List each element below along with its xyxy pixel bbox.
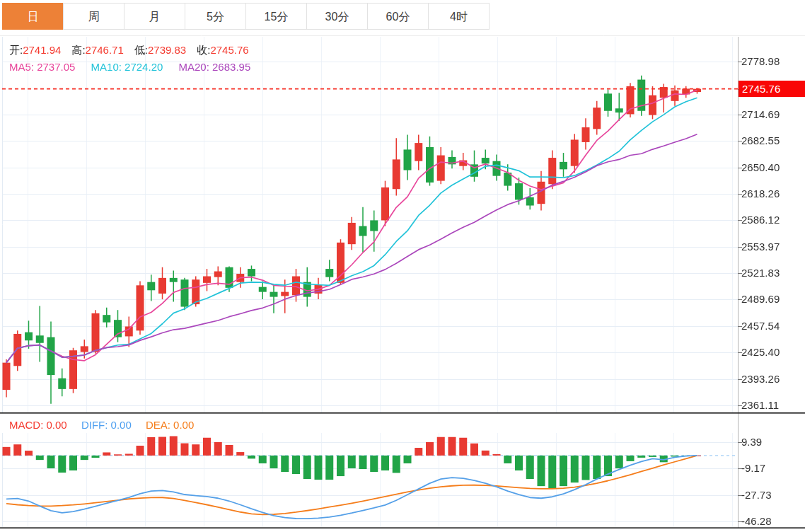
price-tick-label: 2553.97 (741, 241, 804, 253)
macd-tick-label: -9.17 (741, 462, 804, 475)
price-tick-label: 2489.69 (741, 293, 804, 306)
tab-周[interactable]: 周 (63, 3, 124, 30)
tab-日[interactable]: 日 (2, 3, 64, 30)
tab-4时[interactable]: 4时 (428, 3, 490, 30)
open-value: 2741.94 (23, 44, 61, 56)
diff-value-legend: DIFF: 0.00 (81, 419, 132, 431)
high-value: 2746.71 (86, 44, 124, 56)
close-label: 收: (197, 44, 210, 56)
tab-5分[interactable]: 5分 (185, 3, 246, 30)
price-tick-label: 2650.40 (741, 161, 804, 174)
price-tick-label: 2393.26 (741, 373, 804, 386)
high-label: 高: (71, 44, 85, 56)
price-tick-label: 2521.83 (741, 267, 804, 279)
macd-tick-label: 9.39 (741, 436, 804, 449)
price-tick-label: 2361.11 (741, 399, 804, 412)
macd-value-legend: MACD: 0.00 (9, 419, 67, 431)
price-tick-label: 2714.69 (741, 108, 804, 121)
ma10-legend: MA10: 2724.20 (91, 61, 163, 73)
macd-tick-label: -46.28 (741, 515, 804, 528)
macd-legend-row: MACD: 0.00 DIFF: 0.00 DEA: 0.00 (9, 419, 205, 431)
close-value: 2745.76 (210, 44, 248, 56)
ohlc-row: 开:2741.94高:2746.71低:2739.83收:2745.76 (9, 44, 260, 57)
low-label: 低: (134, 44, 148, 56)
tab-30分[interactable]: 30分 (306, 3, 368, 30)
open-label: 开: (9, 44, 23, 56)
low-value: 2739.83 (148, 44, 186, 56)
tab-15分[interactable]: 15分 (245, 3, 307, 30)
ma-legend-row: MA5: 2737.05 MA10: 2724.20 MA20: 2683.95 (9, 61, 263, 73)
ma5-legend: MA5: 2737.05 (9, 61, 75, 73)
macd-tick-label: -27.73 (741, 489, 804, 502)
ma20-legend: MA20: 2683.95 (179, 61, 251, 73)
price-tick-label: 2778.98 (741, 55, 804, 68)
candlestick-chart-canvas[interactable] (0, 0, 805, 532)
price-tick-label: 2682.55 (741, 134, 804, 147)
price-tick-label: 2425.40 (741, 346, 804, 359)
timeframe-tabs: 日周月5分15分30分60分4时 (0, 0, 805, 35)
price-tick-label: 2586.12 (741, 214, 804, 226)
tab-月[interactable]: 月 (124, 3, 185, 30)
price-tick-label: 2618.26 (741, 187, 804, 200)
last-price-marker: 2745.76 (739, 81, 805, 97)
tab-60分[interactable]: 60分 (367, 3, 429, 30)
dea-value-legend: DEA: 0.00 (146, 419, 194, 431)
price-tick-label: 2457.54 (741, 320, 804, 332)
